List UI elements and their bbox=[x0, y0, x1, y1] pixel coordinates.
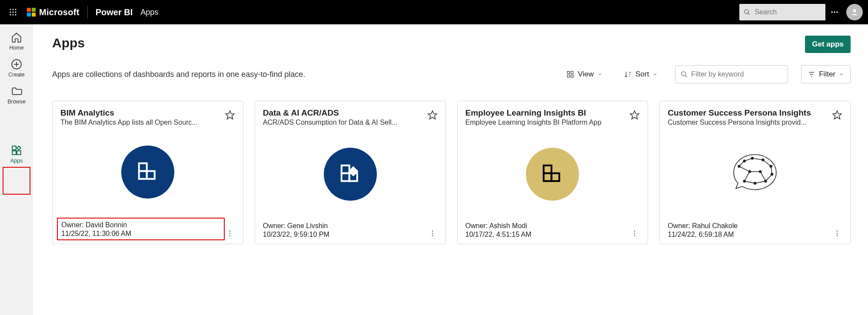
svg-point-25 bbox=[682, 72, 685, 76]
filter-keyword-input[interactable] bbox=[691, 70, 782, 78]
svg-point-43 bbox=[432, 235, 432, 236]
svg-point-42 bbox=[432, 233, 432, 234]
card-date: 11/24/22, 6:59:18 AM bbox=[668, 231, 832, 239]
brain-circuit-icon bbox=[722, 150, 788, 198]
nav-home[interactable]: Home bbox=[2, 28, 31, 55]
svg-rect-45 bbox=[544, 166, 552, 173]
svg-rect-38 bbox=[341, 166, 349, 173]
app-card[interactable]: Customer Success Persona Insights Custom… bbox=[659, 101, 851, 244]
svg-rect-32 bbox=[139, 171, 147, 179]
brand-text: Microsoft bbox=[39, 7, 80, 17]
sort-dropdown[interactable]: Sort bbox=[620, 67, 662, 81]
nav-apps-highlight bbox=[3, 167, 30, 195]
card-more-icon[interactable] bbox=[225, 228, 235, 239]
app-launcher-icon[interactable] bbox=[5, 4, 21, 20]
svg-rect-39 bbox=[341, 173, 349, 181]
card-owner: Owner: Ashish Modi bbox=[466, 222, 630, 230]
product-name[interactable]: Power BI bbox=[96, 7, 133, 17]
nav-apps[interactable]: Apps bbox=[2, 141, 31, 168]
svg-line-68 bbox=[766, 174, 772, 181]
card-more-icon[interactable] bbox=[629, 228, 640, 239]
svg-rect-19 bbox=[12, 151, 16, 155]
filter-button-label: Filter bbox=[819, 70, 835, 79]
svg-rect-18 bbox=[12, 146, 16, 150]
app-icon bbox=[121, 146, 174, 199]
svg-marker-30 bbox=[226, 111, 234, 119]
sort-icon bbox=[624, 70, 632, 78]
svg-point-0 bbox=[10, 9, 11, 10]
nav-create-label: Create bbox=[8, 72, 25, 78]
microsoft-logo[interactable]: Microsoft bbox=[27, 7, 80, 17]
main-content: Apps Get apps Apps are collections of da… bbox=[33, 24, 868, 315]
search-icon bbox=[681, 70, 688, 78]
favorite-star-icon[interactable] bbox=[427, 110, 438, 120]
microsoft-logo-icon bbox=[27, 8, 36, 17]
card-title: Customer Success Persona Insights bbox=[668, 108, 829, 118]
svg-line-10 bbox=[748, 13, 750, 15]
app-card[interactable]: BIM Analytics The BIM Analytics App list… bbox=[52, 101, 243, 244]
svg-line-72 bbox=[745, 172, 750, 181]
view-label: View bbox=[578, 70, 594, 79]
card-title: Employee Learning Insights BI bbox=[466, 108, 627, 118]
left-nav: Home Create Browse Apps bbox=[0, 24, 33, 315]
filter-button[interactable]: Filter bbox=[801, 65, 851, 83]
svg-rect-20 bbox=[17, 151, 21, 155]
nav-apps-label: Apps bbox=[10, 158, 23, 164]
svg-line-70 bbox=[745, 181, 755, 183]
card-more-icon[interactable] bbox=[832, 228, 842, 239]
nav-create[interactable]: Create bbox=[2, 55, 31, 82]
app-card[interactable]: Data & AI ACR/ADS ACR/ADS Consumption fo… bbox=[255, 101, 446, 244]
global-search[interactable] bbox=[739, 4, 825, 20]
card-owner: Owner: David Bonnin bbox=[61, 221, 220, 229]
svg-point-4 bbox=[13, 12, 14, 13]
user-avatar[interactable] bbox=[846, 4, 863, 20]
filter-keyword[interactable] bbox=[675, 65, 788, 83]
card-footer-highlight: Owner: David Bonnin 11/25/22, 11:30:06 A… bbox=[57, 218, 225, 240]
grid-icon bbox=[566, 70, 574, 78]
favorite-star-icon[interactable] bbox=[832, 110, 842, 120]
svg-point-49 bbox=[634, 233, 635, 234]
svg-point-34 bbox=[229, 231, 230, 232]
svg-point-1 bbox=[13, 9, 14, 10]
favorite-star-icon[interactable] bbox=[629, 110, 640, 120]
search-input[interactable] bbox=[755, 8, 821, 16]
svg-line-65 bbox=[752, 158, 763, 160]
more-options-icon[interactable] bbox=[825, 3, 844, 21]
page-subtitle: Apps are collections of dashboards and r… bbox=[52, 70, 549, 79]
app-icon bbox=[526, 148, 579, 201]
svg-point-48 bbox=[634, 231, 635, 232]
view-dropdown[interactable]: View bbox=[562, 67, 607, 81]
card-description: Employee Learning Insights BI Platform A… bbox=[466, 119, 627, 126]
svg-point-12 bbox=[834, 11, 835, 13]
svg-rect-46 bbox=[544, 173, 552, 181]
svg-marker-37 bbox=[428, 111, 437, 119]
divider bbox=[87, 6, 88, 18]
svg-point-9 bbox=[745, 10, 748, 13]
svg-rect-22 bbox=[571, 71, 573, 73]
card-more-icon[interactable] bbox=[427, 228, 438, 239]
chevron-down-icon bbox=[652, 72, 658, 77]
card-title: Data & AI ACR/ADS bbox=[263, 108, 425, 118]
get-apps-button[interactable]: Get apps bbox=[805, 36, 851, 53]
card-date: 10/23/22, 9:59:10 PM bbox=[263, 231, 427, 239]
favorite-star-icon[interactable] bbox=[225, 110, 235, 120]
nav-browse[interactable]: Browse bbox=[2, 82, 31, 109]
top-bar: Microsoft Power BI Apps bbox=[0, 0, 868, 24]
card-owner: Owner: Rahul Chakole bbox=[668, 222, 832, 230]
svg-line-69 bbox=[755, 181, 765, 183]
svg-point-14 bbox=[853, 9, 856, 12]
card-grid: BIM Analytics The BIM Analytics App list… bbox=[52, 101, 851, 244]
svg-point-11 bbox=[831, 11, 833, 13]
filter-icon bbox=[808, 70, 815, 78]
breadcrumb[interactable]: Apps bbox=[140, 8, 158, 17]
svg-point-41 bbox=[432, 231, 432, 232]
svg-line-64 bbox=[745, 158, 752, 161]
svg-marker-51 bbox=[833, 111, 841, 119]
svg-point-2 bbox=[15, 9, 17, 10]
svg-rect-23 bbox=[568, 75, 570, 77]
app-card[interactable]: Employee Learning Insights BI Employee L… bbox=[457, 101, 649, 244]
svg-line-74 bbox=[739, 161, 744, 166]
svg-point-50 bbox=[634, 235, 635, 236]
svg-point-77 bbox=[837, 235, 838, 236]
svg-rect-24 bbox=[571, 75, 573, 77]
